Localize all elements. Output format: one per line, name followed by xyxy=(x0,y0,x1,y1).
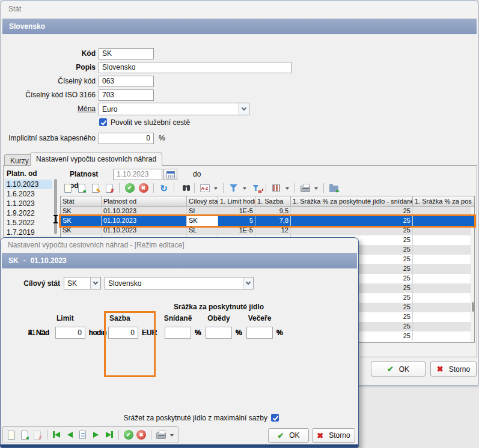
cell-limit-hodin[interactable]: 5 xyxy=(218,216,255,226)
cell-srazka-snidane[interactable]: 25 xyxy=(291,207,413,216)
prev-record-icon[interactable] xyxy=(65,429,75,440)
list-scrollbar[interactable] xyxy=(54,179,57,234)
limit-hours-input[interactable]: 0 xyxy=(55,327,85,339)
cell-srazka-2[interactable] xyxy=(413,207,474,216)
cell-cilovy-stat[interactable]: SK xyxy=(187,216,218,226)
import-record-icon[interactable]: ◄ xyxy=(19,429,29,440)
confirm-icon[interactable]: ✔ xyxy=(124,183,135,193)
column-header-stat[interactable]: Stát xyxy=(61,196,102,206)
chevron-down-icon[interactable] xyxy=(90,277,100,289)
cell-sazba[interactable]: 7,8 xyxy=(255,216,291,226)
iso-kod-input[interactable]: 703 xyxy=(99,89,154,101)
storno-button[interactable]: ✖ Storno xyxy=(430,362,477,377)
filter-dropdown-icon[interactable] xyxy=(242,183,248,193)
next-record-icon[interactable] xyxy=(91,429,100,440)
table-row[interactable]: SK 01.10.2023 SI 1E-5 9,5 25 xyxy=(61,207,474,216)
print-dropdown-icon[interactable] xyxy=(313,183,319,193)
record-list-icon[interactable] xyxy=(78,429,88,440)
columns-icon[interactable] xyxy=(270,183,282,193)
srazet-checkbox[interactable] xyxy=(271,414,279,422)
cell-stat[interactable]: SK xyxy=(61,216,102,226)
validity-date-item[interactable]: 1.10.2023 xyxy=(5,180,52,189)
cancel-icon[interactable]: ✖ xyxy=(136,429,146,440)
column-header-cilovy-stat[interactable]: Cílový stat xyxy=(187,196,218,206)
filter-settings-icon[interactable] xyxy=(250,183,261,193)
validity-date-item[interactable]: 1.7.2019 xyxy=(5,228,52,237)
column-header-limit-hodin[interactable]: 1. Limit hodin xyxy=(218,196,255,206)
cell-srazka-snidane[interactable]: 25 xyxy=(291,226,413,235)
validity-date-item[interactable]: 1.6.2023 xyxy=(5,189,52,199)
cilovy-stat-code-select[interactable]: SK xyxy=(64,277,101,289)
print-icon[interactable] xyxy=(299,183,311,193)
cell-srazka-2[interactable] xyxy=(413,322,474,331)
import-record-icon[interactable]: ◄ xyxy=(76,183,87,193)
delete-record-icon[interactable]: ✗ xyxy=(103,183,115,193)
cell-sazba[interactable]: 9,5 xyxy=(255,207,291,216)
cilovy-stat-name-select[interactable]: Slovensko xyxy=(105,277,254,289)
last-record-icon[interactable] xyxy=(103,429,113,440)
kod-input[interactable]: SK xyxy=(99,48,154,59)
columns-dropdown-icon[interactable] xyxy=(284,183,290,193)
cell-srazka-2[interactable] xyxy=(413,312,474,322)
cell-platnost-od[interactable]: 01.10.2023 xyxy=(102,216,187,226)
cell-srazka-2[interactable] xyxy=(413,274,474,283)
edit-storno-button[interactable]: ✖ Storno xyxy=(312,428,355,443)
first-record-icon[interactable] xyxy=(52,429,62,440)
print-dropdown-icon[interactable] xyxy=(169,429,174,440)
popis-input[interactable]: Slovensko xyxy=(99,62,291,73)
refresh-icon[interactable]: ↻ xyxy=(158,183,169,193)
calendar-button[interactable] xyxy=(163,169,177,180)
cell-srazka-2[interactable] xyxy=(413,283,474,293)
cell-stat[interactable]: SK xyxy=(61,226,102,235)
validity-date-item[interactable]: 1.9.2022 xyxy=(5,208,52,218)
confirm-icon[interactable]: ✔ xyxy=(123,429,133,440)
cell-srazka-2[interactable] xyxy=(413,255,474,264)
edit-ok-button[interactable]: ✔ OK xyxy=(268,428,309,443)
kapesne-input[interactable]: 0 xyxy=(99,133,154,144)
cell-srazka-2[interactable] xyxy=(413,226,474,235)
cell-srazka-snidane[interactable]: 25 xyxy=(291,216,413,226)
cell-srazka-2[interactable] xyxy=(413,216,474,226)
tab-nastaveni-nahrad[interactable]: Nastavení vypočtu cestovních náhrad xyxy=(30,153,162,166)
table-scrollbar[interactable] xyxy=(471,207,474,342)
chevron-down-icon[interactable] xyxy=(243,277,253,289)
platnost-od-input[interactable]: 1.10.2023 xyxy=(113,169,162,180)
ok-button[interactable]: ✔ OK xyxy=(371,362,426,377)
column-header-srazka-2[interactable]: 1. Srážka % za pos xyxy=(413,196,474,206)
table-row[interactable]: SK 01.10.2023 SK 5 7,8 25 xyxy=(61,216,474,226)
cell-limit-hodin[interactable]: 1E-5 xyxy=(218,207,255,216)
export-icon[interactable] xyxy=(328,183,340,193)
cell-platnost-od[interactable]: 01.10.2023 xyxy=(102,207,187,216)
mena-select[interactable]: Euro xyxy=(99,103,249,115)
cell-srazka-2[interactable] xyxy=(413,293,474,303)
new-record-icon[interactable] xyxy=(7,429,16,440)
chevron-down-icon[interactable] xyxy=(239,103,249,115)
delete-record-icon[interactable]: ✗ xyxy=(32,429,42,440)
cell-srazka-2[interactable] xyxy=(413,235,474,245)
table-row[interactable]: SK 01.10.2023 SL 1E-5 12 25 xyxy=(61,226,474,235)
column-header-srazka-snidane[interactable]: 1. Srážka % za poskytnuté jídlo - snídan… xyxy=(291,196,413,206)
cell-sazba[interactable]: 12 xyxy=(255,226,291,235)
table-scrollbar-thumb[interactable] xyxy=(472,302,474,312)
column-header-sazba[interactable]: 1. Sazba xyxy=(255,196,291,206)
ciselny-kod-input[interactable]: 063 xyxy=(99,76,154,87)
cell-cilovy-stat[interactable]: SI xyxy=(187,207,218,216)
cell-platnost-od[interactable]: 01.10.2023 xyxy=(102,226,187,235)
sort-dropdown-icon[interactable] xyxy=(213,183,219,193)
cell-srazka-2[interactable] xyxy=(413,264,474,274)
cell-srazka-2[interactable] xyxy=(413,331,474,341)
cell-srazka-2[interactable] xyxy=(413,303,474,312)
print-icon[interactable] xyxy=(156,429,166,440)
lunch-deduction-input[interactable] xyxy=(206,327,232,339)
cell-cilovy-stat[interactable]: SL xyxy=(187,226,218,235)
breakfast-deduction-input[interactable] xyxy=(165,327,191,339)
filter-icon[interactable] xyxy=(228,183,239,193)
povolit-checkbox[interactable] xyxy=(99,118,107,126)
column-header-platnost-od[interactable]: Platnost od xyxy=(102,196,187,206)
edit-record-icon[interactable]: ✎ xyxy=(90,183,101,193)
validity-date-item[interactable]: 1.1.2023 xyxy=(5,199,52,208)
cell-srazka-2[interactable] xyxy=(413,245,474,255)
cell-stat[interactable]: SK xyxy=(61,207,102,216)
validity-date-item[interactable]: 1.5.2022 xyxy=(5,218,52,228)
new-record-icon[interactable] xyxy=(62,183,73,193)
